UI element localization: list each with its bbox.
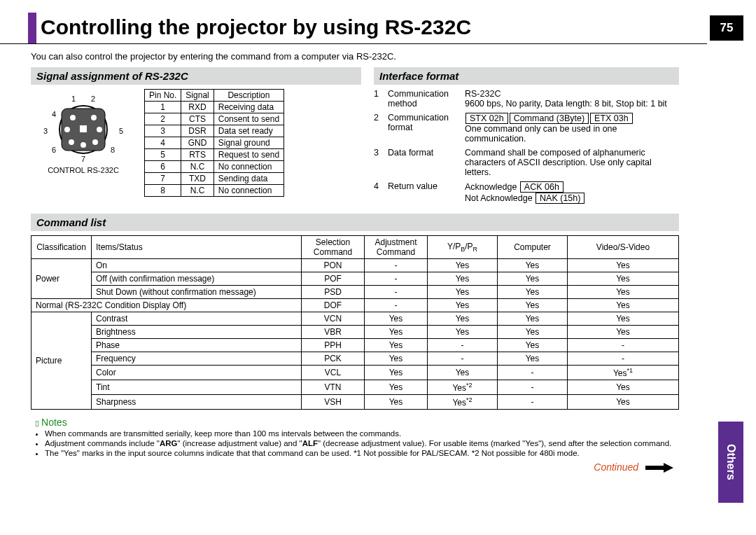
svg-text:4: 4 — [52, 110, 56, 118]
svg-point-12 — [64, 127, 70, 132]
svg-text:7: 7 — [81, 155, 85, 163]
pin-table: Pin No. Signal Description 1RXDReceiving… — [144, 89, 284, 197]
note-item: Adjustment commands include "ARG" (incre… — [45, 439, 679, 447]
command-heading: Command list — [31, 214, 679, 231]
page-marker — [28, 13, 36, 43]
interface-heading: Interface format — [374, 67, 679, 85]
svg-text:2: 2 — [91, 95, 95, 103]
svg-text:1: 1 — [71, 95, 76, 103]
continued-arrow-icon — [645, 463, 673, 473]
svg-point-11 — [91, 115, 97, 120]
continued-text: Continued — [31, 461, 679, 473]
signal-heading: Signal assignment of RS-232C — [31, 67, 361, 85]
page-number: 75 — [710, 15, 743, 41]
notes-heading: Notes — [35, 417, 679, 428]
svg-text:8: 8 — [111, 146, 115, 154]
side-tab-others: Others — [718, 422, 743, 503]
note-item: The "Yes" marks in the input source colu… — [45, 449, 679, 457]
intro-text: You can also control the projector by en… — [31, 51, 679, 62]
svg-point-16 — [92, 139, 98, 145]
svg-point-13 — [97, 127, 102, 132]
connector-diagram: 1 2 4 3 5 6 8 7 — [31, 89, 136, 174]
note-item: When commands are transmitted serially, … — [45, 429, 679, 438]
notes-section: Notes When commands are transmitted seri… — [31, 417, 679, 457]
svg-point-14 — [69, 139, 74, 145]
interface-table: 1 Communication method RS-232C9600 bps, … — [374, 89, 679, 204]
svg-text:5: 5 — [119, 127, 123, 135]
command-table: Classification Items/Status Selection Co… — [31, 235, 679, 410]
connector-label: CONTROL RS-232C — [31, 166, 136, 174]
svg-text:6: 6 — [52, 146, 56, 154]
svg-text:3: 3 — [43, 127, 48, 135]
svg-point-10 — [70, 115, 76, 120]
svg-point-15 — [80, 142, 86, 148]
svg-rect-17 — [80, 125, 87, 132]
page-title: Controlling the projector by using RS-23… — [0, 0, 707, 44]
